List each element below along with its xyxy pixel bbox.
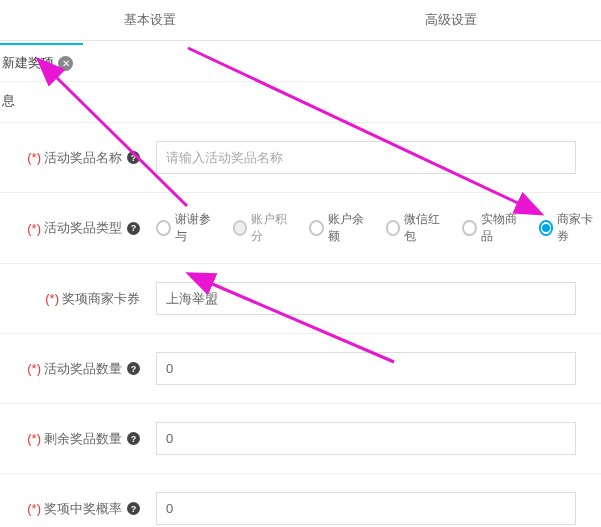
- row-prize-name: (*) 活动奖品名称 ?: [0, 123, 601, 193]
- help-icon[interactable]: ?: [127, 151, 140, 164]
- required-marker: (*): [27, 361, 41, 376]
- label-coupon: (*) 奖项商家卡券: [0, 290, 148, 308]
- radio-coupon[interactable]: 商家卡券: [539, 211, 602, 245]
- radio-label: 账户余额: [328, 211, 372, 245]
- label-prize-name: (*) 活动奖品名称 ?: [0, 149, 148, 167]
- required-marker: (*): [27, 221, 41, 236]
- radio-balance[interactable]: 账户余额: [309, 211, 372, 245]
- required-marker: (*): [27, 150, 41, 165]
- required-marker: (*): [27, 431, 41, 446]
- sub-tab-row: 新建奖项 ✕: [0, 43, 601, 81]
- help-icon[interactable]: ?: [127, 362, 140, 375]
- prize-name-input[interactable]: [156, 141, 576, 174]
- control-prize-type: 谢谢参与 账户积分 账户余额 微信红包 实物商品 商家卡券: [148, 211, 601, 245]
- radio-thanks[interactable]: 谢谢参与: [156, 211, 219, 245]
- sub-tab-label: 新建奖项: [2, 54, 54, 72]
- label-text: 剩余奖品数量: [44, 430, 122, 448]
- control-prize-qty: [148, 352, 601, 385]
- label-text: 活动奖品名称: [44, 149, 122, 167]
- section-heading-partial: 息: [0, 82, 601, 123]
- tabs-row: 基本设置 高级设置: [0, 0, 601, 41]
- help-icon[interactable]: ?: [127, 432, 140, 445]
- label-prize-type: (*) 活动奖品类型 ?: [0, 219, 148, 237]
- radio-points[interactable]: 账户积分: [233, 211, 296, 245]
- radio-icon: [462, 220, 477, 236]
- control-prize-name: [148, 141, 601, 174]
- radio-icon: [309, 220, 324, 236]
- radio-label: 商家卡券: [557, 211, 601, 245]
- label-win-rate: (*) 奖项中奖概率 ?: [0, 500, 148, 518]
- required-marker: (*): [27, 501, 41, 516]
- control-coupon: [148, 282, 601, 315]
- row-remain-qty: (*) 剩余奖品数量 ?: [0, 404, 601, 474]
- radio-icon: [386, 220, 401, 236]
- control-win-rate: [148, 492, 601, 525]
- help-icon[interactable]: ?: [127, 222, 140, 235]
- row-prize-qty: (*) 活动奖品数量 ?: [0, 334, 601, 404]
- coupon-input[interactable]: [156, 282, 576, 315]
- radio-label: 微信红包: [404, 211, 448, 245]
- label-text: 活动奖品类型: [44, 219, 122, 237]
- radio-physical[interactable]: 实物商品: [462, 211, 525, 245]
- radio-label: 谢谢参与: [175, 211, 219, 245]
- label-text: 奖项中奖概率: [44, 500, 122, 518]
- sub-tab-new-prize[interactable]: 新建奖项 ✕: [0, 43, 83, 81]
- control-remain-qty: [148, 422, 601, 455]
- radio-wechat[interactable]: 微信红包: [386, 211, 449, 245]
- label-text: 活动奖品数量: [44, 360, 122, 378]
- row-coupon: (*) 奖项商家卡券: [0, 264, 601, 334]
- radio-icon: [156, 220, 171, 236]
- label-remain-qty: (*) 剩余奖品数量 ?: [0, 430, 148, 448]
- row-win-rate: (*) 奖项中奖概率 ?: [0, 474, 601, 527]
- radio-icon: [233, 220, 248, 236]
- prize-qty-input[interactable]: [156, 352, 576, 385]
- close-icon[interactable]: ✕: [58, 56, 73, 71]
- help-icon[interactable]: ?: [127, 502, 140, 515]
- remain-qty-input[interactable]: [156, 422, 576, 455]
- label-text: 奖项商家卡券: [62, 290, 140, 308]
- tab-advanced[interactable]: 高级设置: [301, 0, 602, 40]
- radio-icon: [539, 220, 554, 236]
- required-marker: (*): [45, 291, 59, 306]
- radio-label: 实物商品: [481, 211, 525, 245]
- win-rate-input[interactable]: [156, 492, 576, 525]
- row-prize-type: (*) 活动奖品类型 ? 谢谢参与 账户积分 账户余额 微信红包: [0, 193, 601, 264]
- label-prize-qty: (*) 活动奖品数量 ?: [0, 360, 148, 378]
- tab-basic[interactable]: 基本设置: [0, 0, 301, 40]
- radio-label: 账户积分: [251, 211, 295, 245]
- radio-group-prize-type: 谢谢参与 账户积分 账户余额 微信红包 实物商品 商家卡券: [156, 211, 601, 245]
